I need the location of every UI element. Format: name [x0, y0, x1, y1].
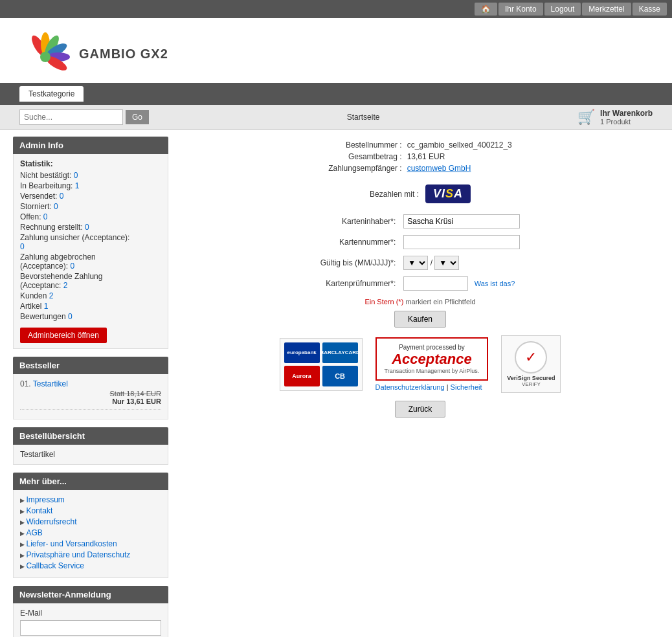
- mehr-link-agb[interactable]: AGB: [20, 528, 161, 537]
- kartennummer-input[interactable]: [403, 235, 520, 249]
- mehr-link-privat[interactable]: Privatsphäre und Datenschutz: [20, 550, 161, 559]
- mehr-link-impressum[interactable]: Impressum: [20, 495, 161, 504]
- aurora-logo: Aurora: [284, 366, 320, 386]
- stat-bewertungen: Bewertungen 0: [20, 312, 161, 321]
- stat-artikel: Artikel 1: [20, 302, 161, 311]
- order-bestellnummer-row: Bestellnummer : cc_gambio_sellxed_400212…: [326, 139, 515, 151]
- zahlungsempfanger-label: Zahlungsempfänger :: [326, 162, 404, 174]
- order-info: Bestellnummer : cc_gambio_sellxed_400212…: [181, 137, 659, 174]
- datenschutz-link[interactable]: Datenschutzerklärung: [375, 383, 445, 391]
- adminbereich-button[interactable]: Adminbereich öffnen: [20, 328, 107, 343]
- logo-area: GAMBIO GX2: [19, 31, 168, 76]
- bank-logos: europabank BARCLAYCARD Aurora CB: [280, 338, 363, 391]
- admin-info-body: Statistik: Nicht bestätigt: 0 In Bearbei…: [13, 154, 168, 349]
- acceptance-title: Payment processed by: [385, 344, 480, 351]
- stat-kunden: Kunden 2: [20, 291, 161, 300]
- stat-rechnung: Rechnung erstellt: 0: [20, 223, 161, 232]
- barclaycard-logo: BARCLAYCARD: [322, 342, 358, 363]
- nav-links: Startseite: [347, 113, 380, 122]
- cart-area[interactable]: 🛒 Ihr Warenkorb 1 Produkt: [577, 109, 653, 126]
- nav-logout[interactable]: Logout: [544, 3, 581, 16]
- category-nav: Testkategorie: [0, 83, 672, 105]
- logos-row: europabank BARCLAYCARD Aurora CB Payment…: [181, 335, 659, 393]
- kartennummer-row: Kartennummer*:: [317, 232, 524, 252]
- gesamtbetrag-value: 13,61 EUR: [405, 151, 515, 162]
- cart-info: Ihr Warenkorb 1 Produkt: [600, 109, 653, 126]
- home-button[interactable]: 🏠: [475, 3, 497, 16]
- sicherheit-link[interactable]: Sicherheit: [451, 383, 482, 391]
- logo-text: GAMBIO GX2: [79, 47, 168, 61]
- pflicht-hint: Ein Stern (*) markiert ein Pflichtfeld: [181, 298, 659, 306]
- acceptance-container: Payment processed by Acceptance Transact…: [375, 337, 489, 391]
- stat-versendet: Versendet: 0: [20, 192, 161, 201]
- top-nav: 🏠 Ihr Konto Logout Merkzettel Kasse: [0, 0, 672, 18]
- content-area: Admin Info Statistik: Nicht bestätigt: 0…: [0, 130, 672, 637]
- kaufen-button[interactable]: Kaufen: [394, 311, 446, 328]
- cb-logo: CB: [322, 366, 358, 386]
- verisign-box: ✓ VeriSign Secured VERIFY: [501, 335, 561, 393]
- cat-nav-item-testkategorie[interactable]: Testkategorie: [19, 86, 84, 102]
- gultig-month-select[interactable]: ▼: [403, 256, 428, 270]
- sidebar: Admin Info Statistik: Nicht bestätigt: 0…: [13, 137, 168, 637]
- sidebar-admin-info: Admin Info Statistik: Nicht bestätigt: 0…: [13, 137, 168, 349]
- mehr-header: Mehr über...: [13, 473, 168, 490]
- stat-nicht-bestatigt: Nicht bestätigt: 0: [20, 171, 161, 180]
- bestellnummer-value: cc_gambio_sellxed_400212_3: [405, 139, 515, 151]
- newsletter-email-label: E-Mail: [20, 609, 161, 618]
- stat-bevorstehend: Bevorstehende Zahlung(Acceptanc: 2: [20, 272, 161, 290]
- bestellübersicht-header: Bestellübersicht: [13, 427, 168, 445]
- svg-point-6: [40, 52, 50, 62]
- search-area: Go: [19, 109, 149, 125]
- bestseller-num: 01.: [20, 379, 31, 388]
- gultig-year-select[interactable]: ▼: [434, 256, 459, 270]
- zahlungsempfanger-value: customweb GmbH: [405, 162, 515, 174]
- cart-label: Ihr Warenkorb: [600, 109, 653, 118]
- acceptance-sub: Transaction Management by AirPlus.: [385, 368, 480, 374]
- mehr-link-kontakt[interactable]: Kontakt: [20, 506, 161, 515]
- nav-startseite[interactable]: Startseite: [347, 113, 380, 122]
- visa-logo: VISA: [425, 184, 471, 203]
- order-zahlungsempfanger-row: Zahlungsempfänger : customweb GmbH: [326, 162, 515, 174]
- mehr-link-callback[interactable]: Callback Service: [20, 561, 161, 570]
- search-input[interactable]: [19, 109, 123, 125]
- mehr-link-liefer[interactable]: Liefer- und Versandkosten: [20, 539, 161, 548]
- stat-in-bearbeitung: In Bearbeitung: 1: [20, 181, 161, 190]
- kartenpruf-input[interactable]: [403, 276, 468, 291]
- nav-merkzettel[interactable]: Merkzettel: [582, 3, 631, 16]
- logo-icon: [19, 31, 71, 76]
- main-content: Bestellnummer : cc_gambio_sellxed_400212…: [181, 137, 659, 637]
- mehr-link-widerrufsrecht[interactable]: Widerrufsrecht: [20, 517, 161, 526]
- gultig-row: Gültig bis (MM/JJJJ)*: ▼ / ▼: [317, 252, 524, 273]
- bestseller-item: 01. Testartikel: [20, 379, 161, 388]
- kartenpruf-row: Kartenprüfnummer*: Was ist das?: [317, 273, 524, 294]
- kartennummer-cell: [399, 232, 524, 252]
- zuruck-button[interactable]: Zurück: [395, 401, 446, 418]
- was-das-link[interactable]: Was ist das?: [475, 280, 515, 287]
- bestseller-link[interactable]: Testartikel: [33, 379, 68, 388]
- statistik-label: Statistik:: [20, 159, 161, 168]
- bestellnummer-label: Bestellnummer :: [326, 139, 404, 151]
- karteninhaber-row: Karteninhaber*:: [317, 211, 524, 232]
- gultig-cell: ▼ / ▼: [399, 252, 524, 273]
- bestellübersicht-item: Testartikel: [20, 450, 161, 459]
- order-info-table: Bestellnummer : cc_gambio_sellxed_400212…: [326, 139, 515, 174]
- sidebar-mehr: Mehr über... Impressum Kontakt Widerrufs…: [13, 473, 168, 578]
- divider: [20, 409, 161, 410]
- acceptance-links: Datenschutzerklärung | Sicherheit: [375, 383, 489, 391]
- search-button[interactable]: Go: [126, 110, 149, 124]
- stat-offen: Offen: 0: [20, 212, 161, 221]
- stat-zahlung-abgebrochen: Zahlung abgebrochen(Acceptance): 0: [20, 252, 161, 271]
- nav-kasse[interactable]: Kasse: [633, 3, 667, 16]
- newsletter-email-input[interactable]: [20, 620, 161, 636]
- payment-form: Bezahlen mit : VISA Karteninhaber*: Kart…: [181, 184, 659, 418]
- verisign-checkmark-icon: ✓: [515, 341, 547, 374]
- europabank-logo: europabank: [284, 342, 320, 363]
- acceptance-box: Payment processed by Acceptance Transact…: [375, 337, 489, 381]
- mehr-body: Impressum Kontakt Widerrufsrecht AGB Lie…: [13, 490, 168, 578]
- kartennummer-label: Kartennummer*:: [317, 232, 400, 252]
- karteninhaber-input[interactable]: [403, 214, 520, 229]
- kartenpruf-cell: Was ist das?: [399, 273, 524, 294]
- nav-ihr-konto[interactable]: Ihr Konto: [498, 3, 543, 16]
- newsletter-body: E-Mail Anmelden: [13, 603, 168, 637]
- stat-zahlung-unsicher: Zahlung unsicher (Acceptance):0: [20, 233, 161, 251]
